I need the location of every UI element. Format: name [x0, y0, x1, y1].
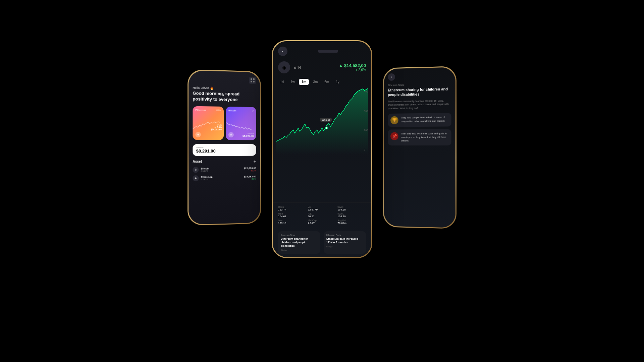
- tab-1w[interactable]: 1w: [288, 79, 298, 85]
- news-card-1[interactable]: Ethereum News Ethereum sharing for child…: [278, 231, 320, 254]
- stat-pe: P/E 30.21: [308, 213, 336, 218]
- asset-section: Asset + B Bitcoin 0.5 BTC $22,678.00 -4.…: [193, 159, 256, 220]
- news-card-2[interactable]: Ethereum Pedia Ethereum gain increased 1…: [324, 231, 366, 254]
- time-tabs: 1d 1w 1m 3m 6m 1y: [273, 76, 371, 88]
- tab-1d[interactable]: 1d: [277, 79, 286, 85]
- asset-item-btc[interactable]: B Bitcoin 0.5 BTC $22,678.00 -4.32%: [193, 166, 256, 173]
- right-back-button[interactable]: ‹: [388, 73, 395, 81]
- svg-point-0: [325, 127, 327, 129]
- news-tag-2: Ethereum Pedia: [326, 234, 363, 236]
- right-news-item-text-2: Then they also write their goals and goa…: [401, 132, 449, 143]
- chart-tooltip: $150.05: [320, 118, 332, 122]
- eth-info-row: ◈ ETH ▲ $14,582,00 + 2,6%: [273, 59, 371, 76]
- eth-change-value: + 2,6%: [338, 68, 366, 72]
- pin-icon: 📌: [390, 132, 398, 140]
- asset-title: Asset: [193, 160, 202, 164]
- btc-asset-values: $22,678.00 -4.32%: [244, 167, 256, 172]
- chart-area: 400 300 200 0 $150.05: [273, 88, 371, 202]
- phone-left: Hello, Albert 🔥 Good morning, spread pos…: [187, 69, 261, 226]
- phones-container: Hello, Albert 🔥 Good morning, spread pos…: [171, 30, 473, 332]
- phone-right: ‹ Etherurm News Ethereum sharing for chi…: [383, 66, 457, 229]
- greeting-section: Hello, Albert 🔥 Good morning, spread pos…: [193, 86, 256, 103]
- btc-balance-section: Balance $5,071.00: [243, 132, 254, 137]
- eth-coin-icon: ◈: [196, 132, 201, 137]
- btc-card-label: Bitcoin: [228, 109, 254, 112]
- left-top-bar: [193, 75, 256, 84]
- news-time-2: 6d Ago: [326, 246, 363, 248]
- stat-avgvol: Avg Vol 76.67m: [337, 219, 366, 225]
- right-news-item-text-1: They hold competitions to build a sense …: [401, 116, 449, 123]
- tab-3m[interactable]: 3m: [310, 79, 320, 85]
- left-screen: Hello, Albert 🔥 Good morning, spread pos…: [189, 70, 260, 224]
- news-tag-1: Ethereum News: [281, 234, 318, 236]
- eth-name-label: ETH: [293, 65, 301, 69]
- right-news-item-2: 📌 Then they also write their goals and g…: [388, 129, 451, 145]
- phone-center: ‹ ◈ ETH ▲ $14,582,00 + 2,6% 1d: [272, 40, 372, 258]
- tab-1y[interactable]: 1y: [333, 79, 342, 85]
- eth-price-block: ▲ $14,582,00 + 2,6%: [338, 63, 366, 72]
- btc-asset-icon: B: [193, 167, 199, 173]
- main-balance-card: Balance $8,291.00: [193, 144, 256, 156]
- asset-add-button[interactable]: +: [254, 159, 256, 164]
- right-news-title: Ethereum sharing for children and people…: [388, 86, 451, 97]
- eth-price-value: ▲ $14,582,00: [338, 63, 366, 68]
- stat-open: Open 153.74: [278, 206, 307, 211]
- eth-card[interactable]: Ethereum ETH ◈ Profit ▲ 2.6% $14,582.00: [193, 106, 224, 140]
- stat-vol: Vol 52.877M: [308, 206, 336, 211]
- center-header: ‹: [273, 41, 371, 59]
- stat-low: Low 153.10: [278, 219, 307, 225]
- stat-52wh: 52w H 154.98: [337, 206, 366, 211]
- right-news-body: The Ethereum community, Monday, October …: [388, 99, 451, 110]
- main-balance-value: $8,291.00: [196, 148, 253, 154]
- center-back-button[interactable]: ‹: [278, 47, 287, 56]
- stat-52wl: 52w L 103.10: [337, 213, 366, 218]
- right-screen: ‹ Etherurm News Ethereum sharing for chi…: [384, 67, 455, 228]
- btc-asset-info: Bitcoin 0.5 BTC: [201, 167, 244, 172]
- stat-mktcap: Mkt Cap 2.31T: [308, 219, 336, 225]
- eth-logo: ◈: [278, 61, 290, 73]
- eth-asset-icon: ◈: [193, 175, 199, 181]
- grid-icon[interactable]: [249, 77, 256, 84]
- news-title-1: Ethereum sharing for children and people…: [281, 237, 318, 248]
- morning-message: Good morning, spread positivity to every…: [193, 90, 256, 103]
- btc-card[interactable]: Bitcoin ₿ ₿ Balance $5,071.00: [226, 107, 256, 140]
- tab-1m[interactable]: 1m: [299, 79, 309, 85]
- center-news: Ethereum News Ethereum sharing for child…: [273, 228, 371, 257]
- eth-card-symbol: ETH: [216, 109, 221, 111]
- news-time-1: 4d Ago: [281, 249, 318, 251]
- eth-asset-values: $14,582.00 +2.6%: [244, 175, 256, 180]
- eth-profit-section: Profit ▲ 2.6% $14,582.00: [211, 124, 222, 130]
- stat-high: High 154.61: [278, 213, 307, 218]
- right-news-tag: Etherurm News: [388, 83, 451, 86]
- cards-row: Ethereum ETH ◈ Profit ▲ 2.6% $14,582.00: [193, 106, 256, 140]
- center-screen: ‹ ◈ ETH ▲ $14,582,00 + 2,6% 1d: [273, 41, 371, 257]
- stats-grid: Open 153.74 Vol 52.877M 52w H 154.98 Hig…: [273, 202, 371, 228]
- btc-coin-icon: ₿: [228, 132, 234, 137]
- hello-text: Hello, Albert 🔥: [193, 86, 256, 91]
- asset-item-eth[interactable]: ◈ Ethereum 0.7 ETH $14,582.00 +2.6%: [193, 175, 256, 181]
- btc-card-symbol: ₿: [253, 110, 254, 112]
- asset-header: Asset +: [193, 159, 256, 164]
- right-news-item-1: 🏆 They hold competitions to build a sens…: [388, 113, 451, 127]
- eth-asset-info: Ethereum 0.7 ETH: [201, 175, 244, 181]
- trophy-icon: 🏆: [390, 116, 398, 124]
- center-top-bar: [318, 50, 338, 53]
- tab-6m[interactable]: 6m: [322, 79, 332, 85]
- news-title-2: Ethereum gain increased 12% in 3 months: [326, 237, 363, 244]
